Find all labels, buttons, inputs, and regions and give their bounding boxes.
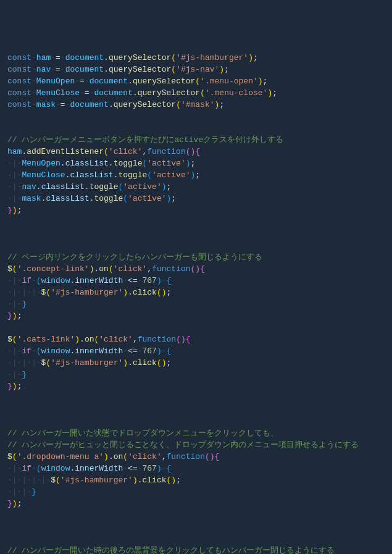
code-line: ·|·|·|·$('#js-hamburger').click(); bbox=[7, 287, 385, 298]
code-line: }); bbox=[7, 310, 385, 322]
code-line: ·|·|·} bbox=[7, 486, 385, 498]
code-line: const·mask·=·document.querySelector('#ma… bbox=[7, 99, 385, 111]
code-line: }); bbox=[7, 204, 385, 216]
code-line: }); bbox=[7, 498, 385, 510]
code-line: const·ham·=·document.querySelector('#js-… bbox=[7, 52, 385, 64]
code-line: $('.dropdown-menu a').on('click',functio… bbox=[7, 451, 385, 463]
code-line: ham.addEventListener('click',function(){ bbox=[7, 146, 385, 157]
code-line: ·|·nav.classList.toggle('active'); bbox=[7, 181, 385, 193]
code-line: const·MenuOpen·=·document.querySelector(… bbox=[7, 75, 385, 87]
code-line: ·|·if·(window.innerWidth·<=·767)·{ bbox=[7, 275, 385, 287]
code-line: ·|·|·|·$('#js-hamburger').click(); bbox=[7, 357, 385, 369]
comment-line: // ハンバーガー開いた状態でドロップダウンメニューをクリックしても、 bbox=[7, 427, 385, 439]
code-line: ·|·if·(window.innerWidth·<=·767)·{ bbox=[7, 463, 385, 474]
comment-line: // ハンバーガーがヒュッと閉じることなく、ドロップダウン内のメニュー項目押せる… bbox=[7, 439, 385, 451]
code-line: ·|·if·(window.innerWidth·<=·767)·{ bbox=[7, 345, 385, 357]
code-line: $('.concept-link').on('click',function()… bbox=[7, 263, 385, 275]
code-line: ·|·|·|·|·$('#js-hamburger').click(); bbox=[7, 474, 385, 486]
code-line: const·nav·=·document.querySelector('#js-… bbox=[7, 64, 385, 75]
comment-line: // ハンバーガーメニューボタンを押すたびにactiveクラスを付け外しする bbox=[7, 134, 385, 146]
code-line: }); bbox=[7, 380, 385, 392]
code-line: ·|·} bbox=[7, 298, 385, 310]
code-line: ·|·mask.classList.toggle('active'); bbox=[7, 193, 385, 204]
comment-line: // ハンバーガー開いた時の後ろの黒背景をクリックしてもハンバーガー閉じるように… bbox=[7, 545, 385, 554]
code-line: ·|·MenuOpen.classList.toggle('active'); bbox=[7, 157, 385, 169]
code-line: const·MenuClose·=·document.querySelector… bbox=[7, 87, 385, 99]
code-line: ·|·} bbox=[7, 369, 385, 380]
code-line: $('.cats-link').on('click',function(){ bbox=[7, 334, 385, 345]
comment-line: // ページ内リンクをクリックしたらハンバーガーも閉じるようにする bbox=[7, 251, 385, 263]
code-line: ·|·MenuClose.classList.toggle('active'); bbox=[7, 169, 385, 181]
code-editor-content[interactable]: const·ham·=·document.querySelector('#js-… bbox=[7, 52, 385, 554]
